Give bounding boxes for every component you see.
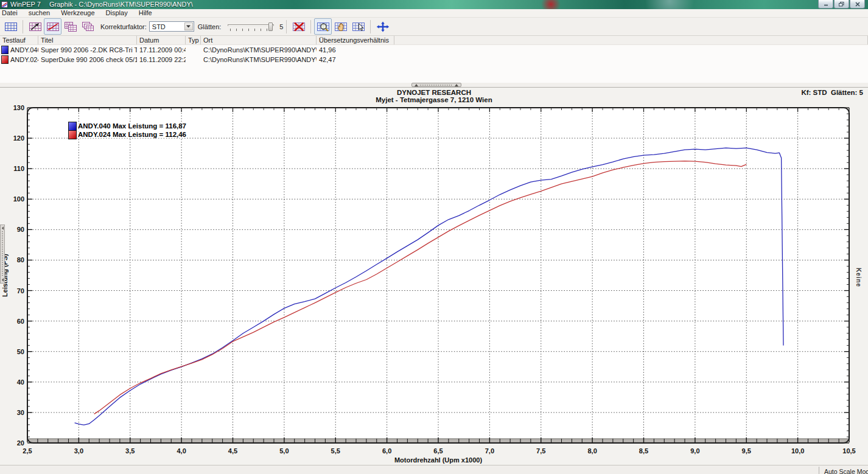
x-tick-label: 9,0 [690,447,699,455]
x-tick-label: 3,0 [74,447,83,455]
menu-item-datei[interactable]: Datei [0,9,23,17]
y-tick-label: 80 [17,256,24,263]
run-name: ANDY.024 [10,55,38,64]
toolbar-separator [370,20,371,33]
x-tick-label: 3,5 [125,447,135,455]
run-table-header: TestlaufTitelDatumTypOrtÜbersetzungsverh… [0,36,868,45]
slider-thumb[interactable] [268,23,273,31]
table-grid-icon [4,21,18,32]
column-header-Datum[interactable]: Datum [137,36,186,44]
zoom-grid-button[interactable] [314,18,332,35]
splitter-arrow-icon [455,84,458,86]
menu-item-werkzeuge[interactable]: Werkzeuge [55,9,100,17]
cell-typ [186,55,201,64]
graph-arrow-button[interactable] [26,18,44,35]
menu-item-suchen[interactable]: suchen [23,9,55,17]
dyno-plot-svg[interactable]: 2,53,03,54,04,55,05,56,06,57,07,58,08,59… [0,88,868,466]
cell-ort: C:\DynoRuns\KTM\SUPER990\ANDY\ANDY.040 [201,45,317,55]
table-row[interactable]: ANDY.040Super 990 2006 -2.DK RC8-Tri Tun… [0,45,868,55]
cell-ratio: 42,47 [317,55,394,64]
column-header-Titel[interactable]: Titel [38,36,137,44]
toolbar-separator [23,20,23,33]
minimize-icon [824,2,828,6]
x-tick-label: 7,5 [536,447,545,455]
legend-color-swatch [68,130,77,139]
glaetten-slider[interactable] [226,21,275,32]
cell-testlauf: ANDY.040 [0,45,38,55]
legend-item: ANDY.024 Max Leistung = 112,46 [68,130,186,139]
slider-tick-mark [267,29,267,31]
slider-tick-mark [230,29,231,31]
legend-label: ANDY.024 Max Leistung = 112,46 [78,131,186,138]
slider-tick-mark [242,29,243,31]
close-button[interactable] [850,0,865,9]
document-title-text: Graphik - C:\DynoRuns\KTM\SUPER990\ANDY\ [49,1,193,8]
delete-run-icon [292,21,306,32]
x-axis-title: Motordrehzahl (Upm x1000) [394,456,483,464]
y-tick-label: 90 [17,226,24,233]
cell-testlauf: ANDY.024 [0,55,38,64]
chart-panel: DYNOJET RESEARCH Myjet - Tetmajergasse 7… [0,87,868,466]
column-header-Typ[interactable]: Typ [186,36,201,44]
menu-item-hilfe[interactable]: Hilfe [133,9,158,17]
x-tick-label: 4,5 [228,447,237,455]
status-bar-separator [819,467,819,474]
x-tick-label: 4,0 [177,447,186,455]
axes-move-button[interactable] [374,18,391,35]
run-color-swatch [1,55,9,64]
x-tick-label: 10,0 [791,447,804,455]
graph-line-button[interactable] [44,18,61,35]
slider-tick-mark [261,29,261,31]
horizontal-splitter-handle[interactable] [411,83,461,87]
graph-multi-button[interactable] [79,18,97,35]
run-name: ANDY.040 [10,45,38,55]
chevron-down-icon[interactable] [184,23,193,30]
korrekturfaktor-label: Korrekturfaktor: [100,23,147,30]
graph-multi-icon [82,21,95,32]
toolbar-separator [286,20,287,33]
x-tick-label: 10,5 [842,447,855,455]
column-header-Testlauf[interactable]: Testlauf [0,36,38,44]
status-bar: Auto Scale Mode [0,465,868,474]
vertical-splitter-handle[interactable] [0,225,5,284]
x-tick-label: 8,5 [639,447,648,455]
x-tick-label: 6,5 [433,447,443,455]
restore-icon [839,2,844,7]
korrekturfaktor-dropdown[interactable]: STD [149,21,194,32]
toolbar-separator [310,20,311,33]
column-header-Übersetzungsverhältnis[interactable]: Übersetzungsverhältnis [317,36,394,44]
table-grid-button[interactable] [2,18,19,35]
column-header-Ort[interactable]: Ort [201,36,317,44]
cell-blank [394,45,868,55]
window-title: WinPEP 7Graphik - C:\DynoRuns\KTM\SUPER9… [10,1,193,8]
menu-item-display[interactable]: Display [100,9,133,17]
x-tick-label: 9,5 [742,447,751,455]
menu-bar: DateisuchenWerkzeugeDisplayHilfe [0,9,868,18]
cell-blank [394,55,868,64]
y-tick-label: 60 [17,318,24,325]
graph-overlay-button[interactable] [61,18,79,35]
slider-tick-mark [236,29,237,31]
run-table: TestlaufTitelDatumTypOrtÜbersetzungsverh… [0,36,868,83]
restore-button[interactable] [834,0,849,9]
right-axis-label: Keine [855,268,862,287]
winpep-window: WinPEP 7Graphik - C:\DynoRuns\KTM\SUPER9… [0,0,868,474]
pan-grid-button[interactable] [332,18,349,35]
y-tick-label: 110 [13,165,24,172]
table-row[interactable]: ANDY.024SuperDuke 990 2006 check 05/12 R… [0,55,868,64]
app-icon [1,1,8,8]
toolbar: Korrekturfaktor:STDGlätten:5 [0,18,868,36]
minimize-button[interactable] [818,0,833,9]
column-header-blank[interactable] [394,36,868,44]
select-grid-button[interactable] [349,18,367,35]
slider-tick-mark [254,29,255,31]
delete-run-button[interactable] [290,18,307,35]
graph-arrow-icon [29,21,42,32]
y-tick-label: 130 [13,104,24,111]
legend-item: ANDY.040 Max Leistung = 116,87 [68,122,186,130]
y-tick-label: 50 [17,348,24,355]
y-tick-label: 120 [13,134,24,142]
y-tick-label: 20 [17,439,24,447]
window-controls [817,0,865,9]
cell-typ [186,45,201,55]
